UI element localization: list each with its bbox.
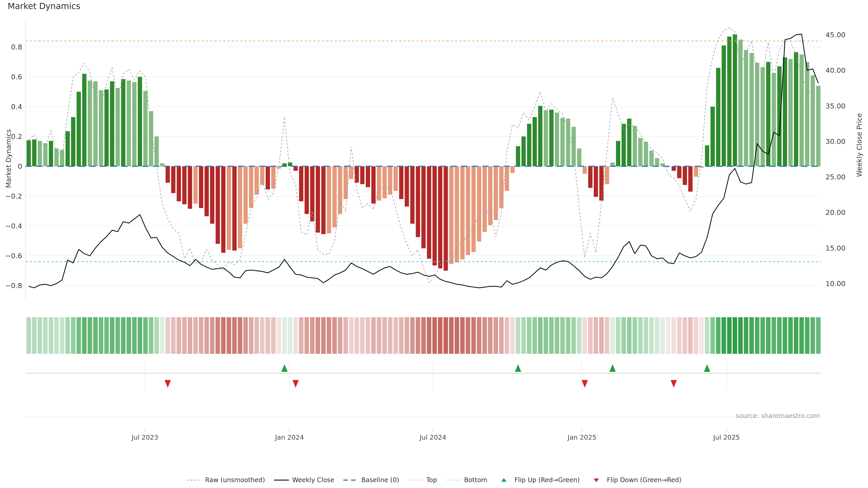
legend-swatch-flip-down-icon: [588, 477, 604, 483]
svg-text:40.00: 40.00: [826, 66, 846, 74]
source-note: source: sharemaestro.com: [736, 412, 820, 420]
svg-text:−0.6: −0.6: [5, 252, 22, 260]
svg-text:35.00: 35.00: [826, 102, 846, 110]
svg-text:−0.4: −0.4: [5, 222, 22, 230]
svg-text:0.6: 0.6: [11, 73, 22, 81]
legend-item-flip-up: Flip Up (Red→Green): [496, 476, 580, 484]
legend-label-top: Top: [426, 476, 437, 484]
legend-label-raw: Raw (unsmoothed): [205, 476, 265, 484]
svg-text:0.8: 0.8: [11, 43, 22, 51]
legend-swatch-flip-up-icon: [496, 477, 512, 483]
svg-text:0.4: 0.4: [11, 103, 22, 111]
svg-text:0.2: 0.2: [11, 132, 22, 140]
svg-text:Jan 2024: Jan 2024: [275, 433, 304, 441]
legend-swatch-baseline-icon: [343, 477, 359, 483]
legend-swatch-close-icon: [274, 477, 289, 483]
legend-item-raw: Raw (unsmoothed): [186, 476, 265, 484]
legend-item-close: Weekly Close: [274, 476, 334, 484]
legend-label-flip-down: Flip Down (Green→Red): [607, 476, 682, 484]
svg-text:−0.8: −0.8: [5, 282, 22, 290]
legend-swatch-bottom-icon: [445, 477, 461, 483]
legend-label-bottom: Bottom: [464, 476, 487, 484]
legend-item-top: Top: [408, 476, 437, 484]
svg-text:Jul 2025: Jul 2025: [713, 433, 740, 441]
svg-text:10.00: 10.00: [826, 280, 846, 288]
svg-text:15.00: 15.00: [826, 244, 846, 252]
legend-item-flip-down: Flip Down (Green→Red): [588, 476, 682, 484]
svg-text:0: 0: [18, 162, 22, 170]
legend-item-bottom: Bottom: [445, 476, 487, 484]
legend-swatch-top-icon: [408, 477, 424, 483]
svg-text:Jul 2024: Jul 2024: [419, 433, 446, 441]
legend-label-baseline: Baseline (0): [362, 476, 399, 484]
legend-swatch-raw-icon: [186, 477, 202, 483]
svg-text:Jul 2023: Jul 2023: [131, 433, 158, 441]
legend-item-baseline: Baseline (0): [343, 476, 399, 484]
svg-text:45.00: 45.00: [826, 31, 846, 39]
svg-text:20.00: 20.00: [826, 208, 846, 217]
legend-label-flip-up: Flip Up (Red→Green): [515, 476, 580, 484]
svg-text:−0.2: −0.2: [5, 192, 22, 200]
svg-text:25.00: 25.00: [826, 173, 846, 181]
svg-text:30.00: 30.00: [826, 137, 846, 145]
market-dynamics-page: Market Dynamics Market Dynamics Weekly C…: [0, 0, 868, 488]
legend-label-close: Weekly Close: [292, 476, 334, 484]
svg-text:Jan 2025: Jan 2025: [567, 433, 596, 441]
legend: Raw (unsmoothed)Weekly CloseBaseline (0)…: [0, 476, 868, 484]
